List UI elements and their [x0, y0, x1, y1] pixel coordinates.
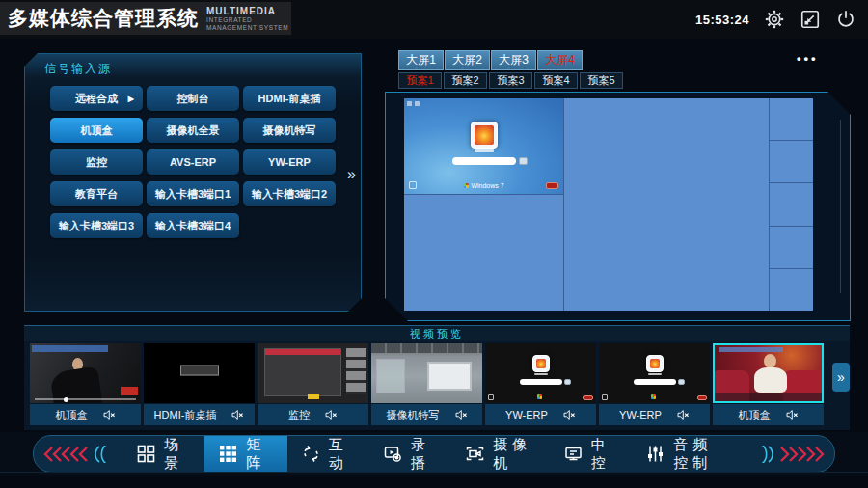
tab-screen-2[interactable]: 大屏2: [445, 50, 490, 70]
tab-screen-3[interactable]: 大屏3: [491, 50, 536, 70]
bottom-bar: 场景 矩阵: [0, 432, 868, 476]
source-button-slot3-port4[interactable]: 输入卡槽3端口4: [147, 213, 239, 238]
preview-item-hdmi[interactable]: HDMI-前桌插: [144, 343, 255, 425]
video-camera-icon: [466, 445, 484, 463]
app-subtitle: MULTIMEDIA INTEGRATED MANAGEMENT SYSTEM: [206, 6, 291, 31]
preview-thumb-tv-show-red[interactable]: [713, 343, 824, 403]
preview-label-bar: 机顶盒: [30, 404, 141, 425]
mute-icon[interactable]: [785, 408, 799, 421]
tab-screen-4[interactable]: 大屏4: [537, 50, 583, 70]
source-button-slot3-port1[interactable]: 输入卡槽3端口1: [147, 181, 239, 206]
grid-2x2-icon: [137, 445, 155, 463]
windows-user-name: [475, 149, 494, 152]
preview-thumb-surveillance-app[interactable]: [258, 343, 368, 403]
source-button-edu-platform[interactable]: 教育平台: [50, 181, 143, 206]
nav-item-recording[interactable]: 录播: [369, 436, 451, 472]
tab-preset-3[interactable]: 预案3: [489, 72, 532, 89]
power-icon[interactable]: [835, 9, 856, 30]
signal-source-grid: 远程合成 ▶ 控制台 HDMI-前桌插 机顶盒 摄像机全景 摄像机特写 监控 A…: [50, 86, 336, 238]
wall-left-column: Windows 7: [404, 98, 563, 311]
mode-nav-bar: 场景 矩阵: [33, 435, 835, 473]
more-menu-icon[interactable]: •••: [797, 51, 819, 66]
source-button-avs-erp[interactable]: AVS-ERP: [147, 149, 239, 175]
mute-icon[interactable]: [231, 408, 244, 421]
preset-tab-bar: 预案1 预案2 预案3 预案4 预案5: [398, 72, 623, 89]
grid-3x3-icon: [219, 445, 237, 463]
preview-item-surveillance[interactable]: 监控: [258, 343, 368, 425]
preview-label-bar: 摄像机特写: [371, 404, 482, 425]
preview-label-bar: HDMI-前桌插: [144, 404, 255, 425]
mute-icon[interactable]: [454, 408, 468, 421]
top-right-controls: 15:53:24: [695, 0, 856, 39]
source-button-slot3-port3[interactable]: 输入卡槽3端口3: [50, 213, 143, 238]
preview-thumb-windows-login[interactable]: [599, 343, 710, 403]
record-display-icon: [384, 445, 402, 463]
preview-label-bar: 机顶盒: [713, 404, 824, 425]
windows-shutdown-button: [546, 182, 558, 189]
nav-item-interaction[interactable]: 互动: [287, 436, 369, 472]
nav-item-scenes[interactable]: 场景: [122, 436, 204, 472]
source-button-yw-erp[interactable]: YW-ERP: [243, 149, 336, 175]
preview-next-chevron-icon[interactable]: »: [832, 363, 850, 392]
control-monitor-icon: [564, 445, 583, 463]
app-subtitle-line2: INTEGRATED MANAGEMENT SYSTEM: [206, 16, 291, 31]
preview-label-bar: 监控: [258, 404, 368, 425]
play-arrow-icon: ▶: [128, 95, 134, 103]
screen-tab-bar: 大屏1 大屏2 大屏3 大屏4: [398, 50, 583, 70]
clock: 15:53:24: [695, 13, 749, 27]
wall-cell-r5[interactable]: [770, 269, 813, 311]
app-root: 多媒体综合管理系统 MULTIMEDIA INTEGRATED MANAGEME…: [0, 0, 868, 488]
decor-chevrons-left: [34, 446, 119, 463]
preview-item-camera-closeup[interactable]: 摄像机特写: [371, 343, 482, 425]
nav-item-central-control[interactable]: 中控: [550, 436, 632, 472]
wall-cell-center[interactable]: [564, 98, 769, 311]
nav-item-audio-control[interactable]: 音频控制: [632, 436, 746, 472]
settings-gear-icon[interactable]: [764, 9, 785, 30]
tab-preset-5[interactable]: 预案5: [580, 72, 623, 89]
wall-cell-r3[interactable]: [770, 183, 813, 225]
wall-cell-r1[interactable]: [770, 98, 813, 140]
source-button-slot3-port2[interactable]: 输入卡槽3端口2: [243, 181, 336, 206]
video-preview-panel: 视频预览 机顶盒 HDMI-前桌插: [24, 325, 850, 430]
wall-layout-canvas: Windows 7: [385, 92, 851, 321]
preview-thumb-black-screen[interactable]: [144, 343, 255, 403]
bottom-divider: [0, 472, 868, 473]
mute-icon[interactable]: [562, 408, 576, 421]
source-button-camera-panorama[interactable]: 摄像机全景: [147, 118, 239, 143]
tab-preset-2[interactable]: 预案2: [444, 72, 487, 89]
source-button-hdmi-front-desk[interactable]: HDMI-前桌插: [243, 86, 336, 111]
mute-icon[interactable]: [676, 408, 690, 421]
tab-screen-1[interactable]: 大屏1: [398, 50, 444, 70]
sync-arrows-icon: [302, 445, 320, 463]
mute-icon[interactable]: [324, 408, 338, 421]
source-button-camera-closeup[interactable]: 摄像机特写: [243, 118, 336, 143]
preview-item-yw-erp-2[interactable]: YW-ERP: [599, 343, 710, 425]
preview-thumb-windows-login[interactable]: [485, 343, 596, 403]
mute-icon[interactable]: [102, 408, 116, 421]
tab-preset-4[interactable]: 预案4: [534, 72, 578, 89]
preview-item-yw-erp-1[interactable]: YW-ERP: [485, 343, 596, 425]
preview-item-settop-box-selected[interactable]: 机顶盒: [713, 343, 824, 425]
windows-accessibility-icon: [409, 181, 417, 189]
preview-thumb-tv-show[interactable]: [30, 343, 141, 403]
source-button-settop-box[interactable]: 机顶盒: [50, 118, 143, 143]
source-button-console[interactable]: 控制台: [147, 86, 239, 111]
source-button-remote-compose[interactable]: 远程合成 ▶: [50, 86, 143, 111]
source-button-surveillance[interactable]: 监控: [50, 149, 143, 175]
scale-window-icon[interactable]: [800, 9, 821, 30]
windows-user-avatar: [471, 122, 498, 149]
decor-chevrons-right: [749, 446, 834, 463]
wall-cell-windows-source[interactable]: Windows 7: [404, 98, 563, 194]
audio-sliders-icon: [646, 445, 665, 463]
signal-source-title: 信号输入源: [44, 61, 112, 77]
mode-nav-items: 场景 矩阵: [119, 436, 749, 472]
wall-cell-r4[interactable]: [770, 227, 813, 268]
nav-item-matrix[interactable]: 矩阵: [204, 436, 286, 472]
wall-cell-r2[interactable]: [770, 141, 813, 182]
panel-expand-chevron-icon[interactable]: »: [347, 166, 356, 183]
wall-cell-empty[interactable]: [404, 195, 563, 311]
preview-item-settop-box[interactable]: 机顶盒: [30, 343, 141, 425]
preview-thumb-office-room[interactable]: [371, 343, 482, 403]
tab-preset-1[interactable]: 预案1: [398, 72, 442, 89]
nav-item-camera[interactable]: 摄像机: [451, 436, 550, 472]
